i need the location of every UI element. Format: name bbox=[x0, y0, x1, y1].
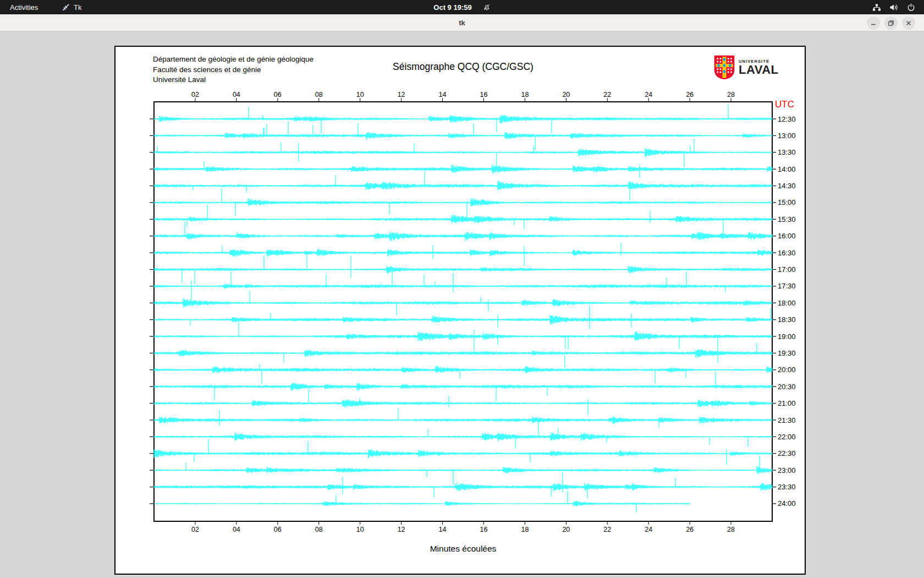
restore-icon bbox=[888, 20, 894, 26]
utc-time-label: 17:00 bbox=[778, 265, 796, 274]
network-wired-icon bbox=[872, 3, 881, 12]
utc-time-label: 16:30 bbox=[778, 249, 796, 257]
notifications-muted-icon[interactable] bbox=[483, 3, 491, 11]
seismic-trace-row bbox=[154, 122, 772, 150]
seismic-trace-row bbox=[154, 105, 772, 134]
close-icon bbox=[905, 20, 912, 26]
seismic-trace-row bbox=[154, 243, 772, 266]
clock-menu: Oct 9 19:59 bbox=[0, 0, 924, 14]
seismic-trace-row bbox=[154, 188, 772, 217]
seismic-trace-row bbox=[154, 305, 772, 329]
minimize-icon bbox=[870, 20, 877, 26]
window-titlebar: tk bbox=[0, 14, 924, 31]
x-tick-label-top: 20 bbox=[562, 91, 570, 99]
helicorder-canvas: 0202040406060808101012121414161618182020… bbox=[116, 47, 805, 574]
utc-time-label: 14:30 bbox=[778, 182, 796, 190]
screen: Activities Tk Oct 9 19:59 bbox=[0, 0, 924, 578]
x-tick-label-bottom: 16 bbox=[480, 526, 488, 533]
seismic-trace-row bbox=[154, 472, 772, 498]
x-tick-label-top: 12 bbox=[398, 91, 405, 99]
utc-time-label: 20:30 bbox=[778, 383, 796, 391]
focused-app-menu[interactable]: Tk bbox=[62, 0, 81, 14]
x-tick-label-bottom: 06 bbox=[274, 526, 282, 533]
x-tick-label-bottom: 08 bbox=[315, 526, 323, 533]
utc-time-label: 22:00 bbox=[778, 433, 796, 441]
seismic-trace-row bbox=[154, 490, 690, 512]
utc-time-label: 21:30 bbox=[778, 416, 796, 424]
seismic-trace-row bbox=[154, 372, 772, 401]
seismic-trace-row bbox=[154, 171, 772, 200]
x-tick-label-top: 02 bbox=[191, 91, 199, 99]
x-tick-label-bottom: 28 bbox=[727, 526, 735, 533]
seismograph-page: Département de géologie et de génie géol… bbox=[114, 46, 806, 575]
app-name-label: Tk bbox=[74, 3, 81, 12]
seismic-trace-row bbox=[154, 456, 772, 485]
seismic-trace-row bbox=[154, 205, 772, 230]
x-tick-label-bottom: 10 bbox=[356, 526, 364, 533]
seismic-trace-row bbox=[154, 364, 772, 384]
utc-time-label: 18:00 bbox=[778, 299, 796, 307]
x-axis-title: Minutes écoulées bbox=[430, 544, 497, 553]
x-tick-label-bottom: 22 bbox=[603, 526, 611, 533]
seismic-trace-row bbox=[154, 291, 772, 315]
tk-app-icon bbox=[62, 3, 70, 12]
x-tick-label-top: 06 bbox=[274, 91, 282, 99]
seismic-trace-row bbox=[154, 139, 772, 167]
x-tick-label-bottom: 18 bbox=[521, 526, 529, 533]
seismic-trace-row bbox=[154, 255, 772, 284]
x-tick-label-top: 08 bbox=[315, 91, 323, 99]
power-icon bbox=[907, 3, 915, 12]
close-button[interactable] bbox=[902, 17, 915, 30]
utc-time-label: 19:00 bbox=[778, 332, 796, 341]
seismic-trace-row bbox=[154, 422, 772, 449]
activities-button[interactable]: Activities bbox=[10, 0, 38, 14]
window-title: tk bbox=[0, 14, 924, 31]
seismic-trace-row bbox=[154, 408, 772, 428]
x-tick-label-top: 16 bbox=[480, 91, 488, 99]
utc-time-label: 12:30 bbox=[778, 115, 796, 123]
x-tick-label-bottom: 24 bbox=[645, 526, 652, 533]
utc-time-label: 24:00 bbox=[778, 499, 796, 508]
utc-time-label: 22:30 bbox=[778, 449, 796, 457]
x-tick-label-top: 04 bbox=[233, 91, 240, 99]
utc-time-label: 14:00 bbox=[778, 165, 796, 173]
system-status-area[interactable] bbox=[872, 0, 915, 14]
utc-time-label: 17:30 bbox=[778, 282, 796, 290]
x-tick-label-top: 26 bbox=[686, 91, 694, 99]
x-tick-label-bottom: 20 bbox=[562, 526, 570, 533]
seismic-trace-row bbox=[154, 323, 772, 351]
clock-label[interactable]: Oct 9 19:59 bbox=[433, 3, 471, 12]
helicorder-plot: 0202040406060808101012121414161618182020… bbox=[116, 47, 805, 574]
utc-time-label: 23:00 bbox=[778, 466, 796, 475]
minimize-button[interactable] bbox=[867, 17, 880, 30]
x-tick-label-top: 28 bbox=[727, 91, 735, 99]
x-tick-label-bottom: 04 bbox=[233, 526, 240, 533]
x-tick-label-bottom: 12 bbox=[398, 526, 405, 533]
seismic-trace-row bbox=[154, 389, 772, 415]
seismic-trace-row bbox=[154, 439, 772, 465]
utc-time-label: 20:00 bbox=[778, 366, 796, 374]
volume-icon bbox=[889, 3, 899, 12]
utc-time-label: 18:30 bbox=[778, 315, 796, 324]
x-tick-label-bottom: 02 bbox=[191, 526, 199, 533]
utc-time-label: 15:30 bbox=[778, 215, 796, 223]
utc-time-label: 13:00 bbox=[778, 132, 796, 140]
x-tick-label-top: 14 bbox=[439, 91, 447, 99]
utc-time-label: 16:00 bbox=[778, 232, 796, 240]
restore-button[interactable] bbox=[884, 17, 898, 30]
utc-time-label: 15:00 bbox=[778, 198, 796, 206]
seismic-trace-row bbox=[154, 161, 772, 178]
seismic-trace-row bbox=[154, 221, 772, 241]
x-tick-label-top: 24 bbox=[645, 91, 652, 99]
utc-time-label: 13:30 bbox=[778, 148, 796, 156]
seismic-trace-row bbox=[154, 271, 772, 300]
x-tick-label-top: 18 bbox=[521, 91, 529, 99]
utc-axis-label: UTC bbox=[775, 99, 794, 110]
utc-time-label: 19:30 bbox=[778, 349, 796, 357]
gnome-topbar: Activities Tk Oct 9 19:59 bbox=[0, 0, 924, 14]
desktop-background: Département de géologie et de génie géol… bbox=[0, 31, 924, 578]
x-tick-label-bottom: 14 bbox=[439, 526, 447, 533]
utc-time-label: 23:30 bbox=[778, 483, 796, 491]
x-tick-label-top: 10 bbox=[356, 91, 364, 99]
x-tick-label-top: 22 bbox=[603, 91, 611, 99]
